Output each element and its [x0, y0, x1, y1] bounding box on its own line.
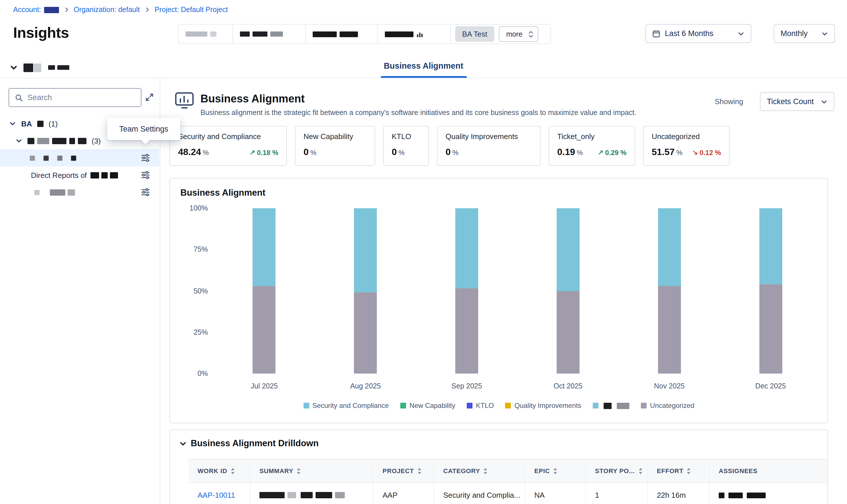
redacted-text: [270, 32, 283, 37]
breadcrumb-project-link[interactable]: Project: Default Project: [155, 6, 228, 14]
tree-item-team[interactable]: [0, 184, 159, 201]
redacted-text: [50, 189, 65, 195]
sort-icon: [297, 468, 301, 474]
work-id-link[interactable]: AAP-10011: [197, 491, 235, 500]
team-settings-icon[interactable]: [141, 187, 150, 197]
bar-segment-security-and-compliance[interactable]: [455, 208, 478, 288]
redacted-text: [44, 155, 49, 160]
chart-title: Business Alignment: [180, 187, 265, 198]
kpi-unit: %: [203, 149, 209, 157]
bar-segment-uncategorized[interactable]: [658, 286, 681, 374]
legend-item-new-capability[interactable]: New Capability: [400, 401, 455, 410]
breadcrumb-organization-link[interactable]: Organization: default: [74, 6, 140, 14]
page-title: Insights: [13, 24, 69, 42]
kpi-value: 0: [304, 147, 309, 157]
bar-segment-security-and-compliance[interactable]: [658, 208, 681, 286]
expand-panel-icon[interactable]: [145, 93, 154, 102]
team-settings-tooltip: Team Settings: [107, 118, 180, 140]
legend-item-security-and-compliance[interactable]: Security and Compliance: [303, 401, 389, 410]
x-axis-label: Dec 2025: [720, 382, 821, 390]
bar-segment-security-and-compliance[interactable]: [354, 208, 377, 293]
kpi-delta-value: 0.12 %: [699, 149, 721, 157]
redacted-text: [68, 189, 75, 195]
column-header-category[interactable]: CATEGORY: [433, 460, 524, 482]
bar-jul-2025[interactable]: [213, 208, 315, 374]
redacted-text: [69, 138, 75, 144]
bar-oct-2025[interactable]: [517, 208, 619, 374]
y-axis-tick: 100%: [178, 204, 208, 212]
kpi-label: Ticket_only: [557, 132, 626, 141]
chevron-down-icon[interactable]: [9, 120, 16, 127]
chevron-down-icon: [820, 98, 828, 105]
column-header-effort[interactable]: EFFORT: [647, 460, 709, 482]
ba-test-filter-chip[interactable]: BA Test: [455, 26, 494, 42]
column-header-project[interactable]: PROJECT: [373, 460, 433, 482]
bar-sep-2025[interactable]: [416, 208, 517, 374]
legend-item-ktlo[interactable]: KTLO: [467, 401, 494, 410]
filter-segment-4[interactable]: [378, 24, 451, 43]
bar-segment-uncategorized[interactable]: [354, 293, 377, 374]
bar-aug-2025[interactable]: [315, 208, 416, 374]
redacted-text: [240, 32, 250, 37]
redacted-text: [78, 138, 86, 144]
redacted-text: [728, 492, 743, 498]
bar-dec-2025[interactable]: [720, 208, 821, 374]
tree-item-selected-team[interactable]: [0, 149, 159, 166]
redacted-text: [335, 492, 345, 498]
legend-label: Security and Compliance: [312, 401, 389, 410]
redacted-text: [288, 492, 296, 498]
bar-segment-uncategorized[interactable]: [253, 286, 276, 374]
redacted-text: [210, 32, 217, 37]
column-header-summary[interactable]: SUMMARY: [250, 460, 373, 482]
business-alignment-chart-card: Business Alignment 100%75%50%25%0% Jul 2…: [170, 178, 828, 423]
legend-item-redacted[interactable]: [593, 402, 629, 409]
tree-item-direct-reports[interactable]: Direct Reports of: [0, 166, 159, 184]
tab-business-alignment[interactable]: Business Alignment: [384, 61, 463, 70]
column-header-story-points[interactable]: STORY PO...: [585, 460, 647, 482]
chart-legend: Security and ComplianceNew CapabilityKTL…: [170, 401, 828, 410]
drilldown-collapse-toggle[interactable]: Business Alignment Drilldown: [179, 438, 319, 449]
sort-icon: [484, 468, 488, 474]
bar-segment-security-and-compliance[interactable]: [557, 208, 580, 291]
search-input[interactable]: [28, 93, 135, 102]
showing-metric-value: Tickets Count: [767, 97, 814, 106]
kpi-unit: %: [310, 149, 316, 157]
bar-nov-2025[interactable]: [619, 208, 720, 374]
more-dropdown[interactable]: more: [499, 26, 539, 42]
column-header-work-id[interactable]: WORK ID: [188, 460, 250, 482]
tree-item-count: (1): [49, 119, 58, 128]
filter-segment-2[interactable]: [233, 24, 306, 43]
team-settings-icon[interactable]: [141, 153, 150, 162]
bar-segment-uncategorized[interactable]: [557, 291, 580, 374]
team-settings-icon[interactable]: [141, 170, 150, 180]
filter-segment-3[interactable]: [306, 24, 378, 43]
x-axis-label: Aug 2025: [315, 382, 416, 390]
column-header-epic[interactable]: EPIC: [524, 460, 585, 482]
date-range-value: Last 6 Months: [665, 29, 713, 38]
kpi-label: New Capability: [304, 132, 366, 141]
trend-up-icon: ↗: [598, 149, 603, 157]
drilldown-card: Business Alignment Drilldown WORK ID SUM…: [170, 430, 828, 504]
search-box: [8, 88, 141, 107]
date-range-dropdown[interactable]: Last 6 Months: [645, 24, 751, 43]
bar-segment-security-and-compliance[interactable]: [759, 208, 782, 284]
chevron-down-icon[interactable]: [15, 137, 22, 144]
legend-item-uncategorized[interactable]: Uncategorized: [641, 401, 694, 410]
showing-label: Showing: [715, 97, 743, 106]
showing-metric-dropdown[interactable]: Tickets Count: [760, 92, 834, 111]
bar-segment-uncategorized[interactable]: [759, 284, 782, 374]
main-content: Business Alignment Business alignment is…: [160, 78, 847, 504]
kpi-unit: %: [399, 149, 404, 157]
more-label: more: [506, 30, 522, 38]
granularity-dropdown[interactable]: Monthly: [774, 24, 835, 43]
bar-segment-security-and-compliance[interactable]: [253, 208, 276, 286]
insights-app: Account: Organization: default Project: …: [0, 0, 847, 504]
legend-item-quality-improvements[interactable]: Quality Improvements: [505, 401, 581, 410]
column-label: PROJECT: [383, 467, 414, 474]
breadcrumb-account-link[interactable]: Account:: [13, 6, 59, 14]
filter-segment-1[interactable]: [179, 24, 233, 43]
insights-chart-icon: [174, 91, 195, 111]
bar-segment-uncategorized[interactable]: [455, 288, 478, 374]
column-label: ASSIGNEES: [719, 467, 758, 474]
account-label: Account:: [13, 6, 41, 14]
